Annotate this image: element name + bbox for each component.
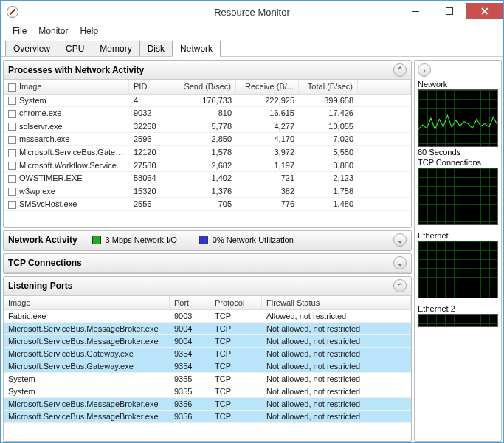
menu-file[interactable]: File [8,24,31,38]
panel-processes-title: Processes with Network Activity [8,65,144,75]
row-checkbox[interactable] [8,110,16,118]
menu-monitor[interactable]: Monitor [34,24,72,38]
chart-network [418,89,498,147]
app-icon [7,6,18,18]
collapse-button[interactable]: ⌄ [393,233,407,247]
table-row[interactable]: System9355TCPNot allowed, not restricted [4,385,411,398]
table-row[interactable]: System 4176,733222,925399,658 [4,95,411,108]
table-row[interactable]: Microsoft.ServiceBus.MessageBroker.exe93… [4,411,411,423]
tab-disk[interactable]: Disk [139,41,173,56]
row-checkbox[interactable] [8,123,16,131]
table-row[interactable]: chrome.exe 903281016,61517,426 [4,107,411,120]
table-row[interactable]: w3wp.exe 153201,3763821,758 [4,185,411,199]
checkbox-all[interactable] [8,83,16,92]
collapse-button[interactable]: ⌄ [393,256,407,269]
table-row[interactable]: mssearch.exe 25962,8504,1707,020 [4,133,411,146]
chart-seconds-label: 60 Seconds [418,148,498,157]
chart-network-label: Network [418,80,498,89]
panel-activity-title: Network Activity [8,235,77,245]
table-row[interactable]: sqlservr.exe 322685,7784,27710,055 [4,120,411,134]
tab-overview[interactable]: Overview [5,41,58,56]
panel-ports: Listening Ports ⌃ Image Port Protocol Fi… [3,276,412,442]
table-row[interactable]: SMSvcHost.exe 25567057761,480 [4,198,411,211]
collapse-button[interactable]: ⌃ [393,63,407,77]
row-checkbox[interactable] [8,175,16,183]
collapse-button[interactable]: ⌃ [393,279,407,292]
tabbar: Overview CPU Memory Disk Network [1,39,503,57]
row-checkbox[interactable] [8,201,16,209]
tab-memory[interactable]: Memory [92,41,139,56]
chart-ethernet2 [418,314,498,327]
panel-processes: Processes with Network Activity ⌃ Image … [3,60,412,228]
titlebar: Resource Monitor [1,1,503,23]
table-row[interactable]: Microsoft.ServiceBus.Gateway.exe9354TCPN… [4,360,411,373]
ports-header: Image Port Protocol Firewall Status [4,296,411,310]
table-row[interactable]: Microsoft.ServiceBus.Gatew... 121201,578… [4,146,411,159]
row-checkbox[interactable] [8,162,16,170]
legend-green-icon [92,236,101,244]
table-row[interactable]: Microsoft.ServiceBus.MessageBroker.exe93… [4,398,411,411]
chart-tcp-label: TCP Connections [418,158,498,167]
row-checkbox[interactable] [8,97,16,105]
chart-eth-label: Ethernet [418,231,498,240]
table-row[interactable]: System9355TCPNot allowed, not restricted [4,373,411,385]
table-row[interactable]: Microsoft.ServiceBus.MessageBroker.exe90… [4,323,411,335]
chart-tcp [418,168,498,225]
panel-tcp: TCP Connections ⌄ [3,253,412,274]
chart-ethernet [418,241,498,298]
tab-network[interactable]: Network [172,41,221,56]
panel-network-activity: Network Activity 3 Mbps Network I/O 0% N… [3,230,412,251]
table-row[interactable]: OWSTIMER.EXE 580641,4027212,123 [4,172,411,185]
charts-collapse-button[interactable]: › [418,63,431,77]
panel-ports-title: Listening Ports [8,281,72,291]
legend-blue-icon [199,236,208,244]
row-checkbox[interactable] [8,149,16,157]
table-row[interactable]: Fabric.exe9003TCPAllowed, not restricted [4,310,411,323]
menu-help[interactable]: Help [75,24,103,38]
row-checkbox[interactable] [8,136,16,144]
window-title: Resource Monitor [214,7,290,18]
close-button[interactable] [466,3,503,19]
menubar: File Monitor Help [1,23,503,39]
processes-grid[interactable]: System 4176,733222,925399,658chrome.exe … [4,95,411,227]
minimize-button[interactable] [398,3,432,19]
chart-eth2-label: Ethernet 2 [418,304,498,313]
maximize-button[interactable] [432,3,466,19]
table-row[interactable]: Microsoft.ServiceBus.Gateway.exe9354TCPN… [4,348,411,360]
ports-grid[interactable]: Fabric.exe9003TCPAllowed, not restricted… [4,310,411,441]
tab-cpu[interactable]: CPU [58,41,92,56]
panel-tcp-title: TCP Connections [8,258,82,268]
row-checkbox[interactable] [8,188,16,196]
table-row[interactable]: Microsoft.ServiceBus.MessageBroker.exe90… [4,335,411,348]
table-row[interactable]: Microsoft.Workflow.Service... 275802,682… [4,159,411,173]
processes-header: Image PID Send (B/sec) Receive (B/... To… [4,80,411,95]
